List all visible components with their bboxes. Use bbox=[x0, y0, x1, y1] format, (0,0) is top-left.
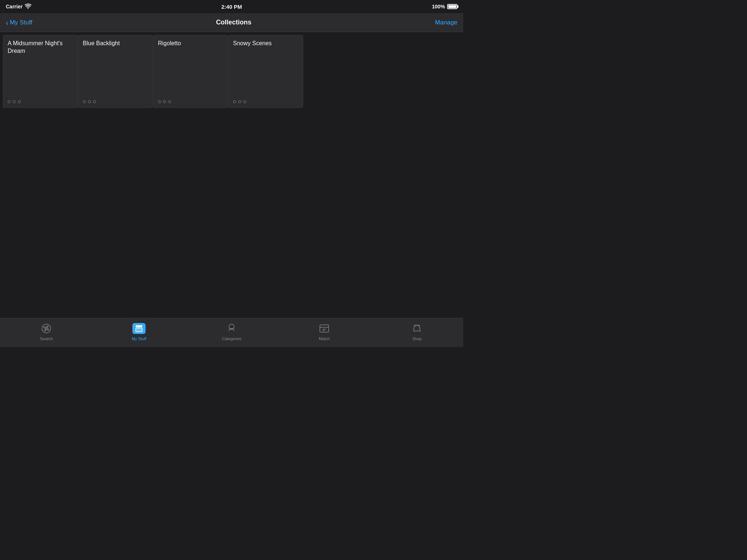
back-label: My Stuff bbox=[10, 19, 32, 26]
nav-bar: ‹ My Stuff Collections Manage bbox=[0, 13, 463, 32]
swatch-icon bbox=[40, 322, 53, 335]
manage-button[interactable]: Manage bbox=[435, 19, 457, 26]
svg-rect-6 bbox=[136, 325, 142, 327]
tab-match[interactable]: Match bbox=[310, 322, 339, 341]
status-right: 100% bbox=[432, 4, 457, 9]
collection-card-3[interactable]: Snowy Scenes bbox=[228, 35, 303, 108]
page-title: Collections bbox=[216, 19, 251, 26]
svg-point-2 bbox=[47, 326, 48, 327]
collection-name-0: A Midsummer Night's Dream bbox=[8, 40, 73, 55]
tab-my-stuff[interactable]: My Stuff bbox=[124, 322, 154, 341]
tab-swatch[interactable]: Swatch bbox=[32, 322, 61, 341]
match-icon bbox=[318, 322, 331, 335]
shop-tab-label: Shop bbox=[412, 337, 422, 341]
dot bbox=[83, 100, 86, 103]
dot bbox=[238, 100, 241, 103]
categories-icon bbox=[225, 322, 238, 335]
my-stuff-icon bbox=[132, 322, 146, 335]
dot bbox=[233, 100, 236, 103]
dot bbox=[18, 100, 21, 103]
svg-rect-7 bbox=[136, 328, 142, 332]
status-left: Carrier bbox=[6, 4, 31, 10]
dot bbox=[163, 100, 166, 103]
dot bbox=[88, 100, 91, 103]
back-button[interactable]: ‹ My Stuff bbox=[6, 19, 32, 26]
shop-icon bbox=[410, 322, 423, 335]
carrier-label: Carrier bbox=[6, 4, 23, 9]
collection-card-0[interactable]: A Midsummer Night's Dream bbox=[3, 35, 78, 108]
tab-categories[interactable]: Categories bbox=[217, 322, 246, 341]
svg-point-5 bbox=[46, 328, 47, 329]
categories-tab-label: Categories bbox=[222, 337, 241, 341]
swatch-tab-label: Swatch bbox=[40, 337, 53, 341]
battery-percent: 100% bbox=[432, 4, 445, 9]
tab-shop[interactable]: Shop bbox=[402, 322, 431, 341]
svg-point-0 bbox=[42, 324, 51, 333]
my-stuff-tab-label: My Stuff bbox=[132, 337, 146, 341]
dot bbox=[158, 100, 161, 103]
back-chevron-icon: ‹ bbox=[6, 19, 8, 26]
collection-dots-1 bbox=[83, 100, 148, 103]
collection-name-2: Rigoletto bbox=[158, 40, 223, 47]
collection-card-1[interactable]: Blue Backlight bbox=[78, 35, 153, 108]
tab-bar: Swatch My Stuff Categories bbox=[0, 318, 463, 347]
status-time: 2:40 PM bbox=[221, 4, 242, 10]
collection-name-3: Snowy Scenes bbox=[233, 40, 298, 47]
svg-point-4 bbox=[44, 330, 46, 331]
svg-point-1 bbox=[44, 327, 45, 328]
battery-icon bbox=[447, 4, 457, 9]
collection-dots-3 bbox=[233, 100, 298, 103]
collection-name-1: Blue Backlight bbox=[83, 40, 148, 47]
collection-dots-2 bbox=[158, 100, 223, 103]
dot bbox=[93, 100, 96, 103]
dot bbox=[8, 100, 11, 103]
collections-grid: A Midsummer Night's Dream Blue Backlight… bbox=[0, 32, 463, 111]
wifi-icon bbox=[25, 4, 31, 10]
status-bar: Carrier 2:40 PM 100% bbox=[0, 0, 463, 13]
dot bbox=[168, 100, 171, 103]
match-tab-label: Match bbox=[319, 337, 330, 341]
svg-point-3 bbox=[47, 329, 49, 330]
dot bbox=[13, 100, 16, 103]
dot bbox=[243, 100, 246, 103]
svg-rect-9 bbox=[320, 325, 329, 332]
collection-dots-0 bbox=[8, 100, 73, 103]
collection-card-2[interactable]: Rigoletto bbox=[153, 35, 228, 108]
